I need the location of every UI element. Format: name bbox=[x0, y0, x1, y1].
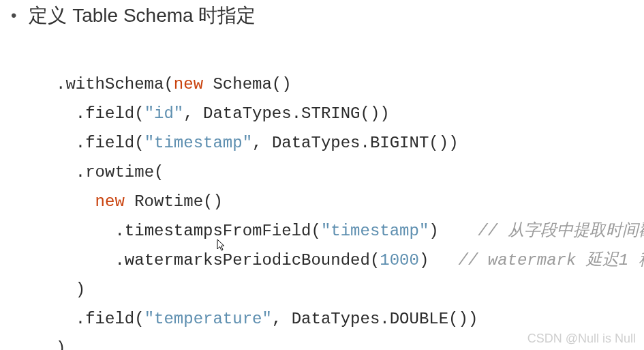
slide-title: 定义 Table Schema 时指定 bbox=[29, 3, 256, 29]
code-line: .rowtime( bbox=[56, 158, 644, 187]
code-line: .field("id", DataTypes.STRING()) bbox=[56, 99, 644, 128]
bullet-icon: • bbox=[11, 8, 16, 24]
code-block: .withSchema(new Schema() .field("id", Da… bbox=[56, 70, 644, 350]
code-line: .watermarksPeriodicBounded(1000) // wate… bbox=[56, 246, 644, 275]
code-line: .withSchema(new Schema() bbox=[56, 70, 644, 99]
watermark-text: CSDN @Null is Null bbox=[527, 332, 636, 346]
code-line: .timestampsFromField("timestamp") // 从字段… bbox=[56, 216, 644, 246]
code-line: .field("temperature", DataTypes.DOUBLE()… bbox=[56, 304, 644, 334]
code-line: new Rowtime() bbox=[56, 187, 644, 216]
code-line: ) bbox=[56, 275, 644, 304]
code-line: .field("timestamp", DataTypes.BIGINT()) bbox=[56, 128, 644, 158]
slide-header: • 定义 Table Schema 时指定 bbox=[0, 0, 644, 29]
